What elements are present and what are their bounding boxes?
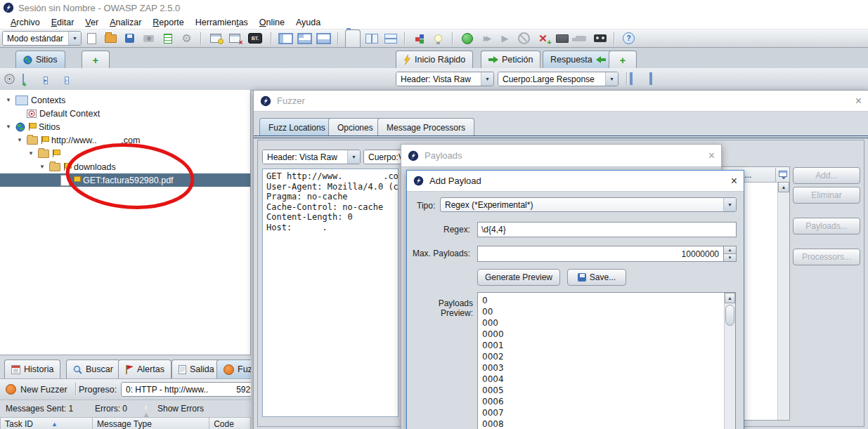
menu-analizar[interactable]: Analizar: [105, 16, 146, 29]
menu-online[interactable]: Online: [254, 16, 290, 29]
list-item[interactable]: 0001: [478, 340, 735, 351]
show-errors-toggle[interactable]: Show Errors: [157, 404, 204, 414]
layout-default-button[interactable]: [296, 31, 313, 46]
import-context-button[interactable]: ▸: [44, 74, 48, 84]
spin-down-icon[interactable]: ▼: [724, 253, 736, 261]
help-button[interactable]: ?: [620, 31, 637, 46]
play-button[interactable]: ▶: [496, 31, 514, 46]
session-properties-button[interactable]: [207, 31, 224, 46]
list-item[interactable]: 0000: [478, 329, 735, 340]
expand-arrow-icon[interactable]: ▼: [4, 124, 13, 130]
add-payload-titlebar[interactable]: Add Payload ×: [407, 171, 744, 192]
max-payloads-spinner[interactable]: 10000000 ▲▼: [477, 246, 737, 262]
view-full-toggle[interactable]: [649, 74, 652, 84]
save-session-button[interactable]: [121, 31, 138, 46]
payloads-dialog-titlebar[interactable]: Payloads ×: [401, 145, 721, 167]
preview-scrollbar[interactable]: ▲: [724, 293, 735, 429]
tab-fuzzer[interactable]: Fuzz: [216, 359, 251, 378]
scroll-up-icon[interactable]: ▲: [725, 293, 735, 303]
expand-arrow-icon[interactable]: ▼: [38, 164, 46, 170]
tab-sitios[interactable]: Sitios: [15, 51, 65, 68]
response-body-view-select[interactable]: Cuerpo:Large Response▼: [498, 72, 618, 86]
new-session-button[interactable]: [83, 31, 101, 46]
spinner-buttons[interactable]: ▲▼: [723, 246, 736, 261]
list-item[interactable]: 0005: [478, 385, 735, 396]
request-message-view[interactable]: GET http://www. .com/ User-Agent: Mozill…: [262, 169, 399, 417]
fuzzer-header-view-select[interactable]: Header: Vista Raw▼: [262, 150, 361, 164]
tree-node-selected-pdf[interactable]: GET:factura592980.pdf: [0, 173, 250, 187]
tree-node-contexts[interactable]: ▼ Contexts: [0, 93, 250, 107]
scroll-up-icon[interactable]: ▲: [778, 182, 789, 192]
snapshot-button[interactable]: [140, 31, 157, 46]
tab-inicio-rapido[interactable]: Inicio Rápido: [396, 51, 473, 68]
tab-opciones[interactable]: Opciones: [328, 118, 382, 136]
menu-editar[interactable]: Editar: [46, 16, 79, 29]
menu-herramientas[interactable]: Herramientas: [190, 16, 253, 29]
layout-maximize-button[interactable]: [277, 31, 294, 46]
tab-peticion[interactable]: Petición: [481, 51, 540, 68]
tree-node-site[interactable]: ▼ http://www.. .com: [0, 133, 250, 147]
layout-full-button[interactable]: [315, 31, 332, 46]
split-horizontal-button[interactable]: [382, 31, 399, 46]
export-context-button[interactable]: ▹: [65, 74, 69, 84]
stop-button[interactable]: [515, 31, 533, 46]
continue-button[interactable]: [458, 31, 476, 46]
column-task-id[interactable]: Task ID▲: [0, 417, 93, 429]
new-fuzzer-button[interactable]: New Fuzzer: [6, 384, 67, 395]
menu-archivo[interactable]: Archivo: [6, 16, 45, 29]
list-item[interactable]: 000: [478, 317, 735, 329]
tab-salida[interactable]: Salida: [171, 359, 221, 378]
scope-button[interactable]: [410, 31, 428, 46]
add-location-button[interactable]: Add...: [793, 167, 860, 184]
list-item[interactable]: 0004: [478, 374, 735, 385]
fuzzer-dialog-titlebar[interactable]: Fuzzer ×: [254, 91, 868, 112]
tree-node-sitios[interactable]: ▼ Sitios: [0, 120, 250, 133]
column-message-type[interactable]: Message Type: [93, 417, 209, 429]
list-item[interactable]: 0008: [478, 418, 735, 429]
tab-alertas[interactable]: Alertas: [118, 359, 171, 378]
generate-preview-button[interactable]: Generate Preview: [477, 269, 560, 286]
mode-select[interactable]: Modo estándar▼: [2, 31, 82, 46]
tab-add-sites[interactable]: +: [82, 51, 110, 68]
tab-buscar[interactable]: Buscar: [66, 359, 120, 378]
progress-select[interactable]: 0: HTTP - http://www.. 5929: [121, 382, 251, 397]
scope-target-button[interactable]: [4, 74, 15, 86]
scroll-thumb[interactable]: [725, 305, 734, 326]
list-item[interactable]: 00: [478, 306, 735, 317]
table-scrollbar[interactable]: ▲: [777, 182, 789, 420]
list-item[interactable]: 0006: [478, 396, 735, 407]
close-icon[interactable]: ×: [731, 176, 737, 187]
list-item[interactable]: 0007: [478, 407, 735, 418]
menu-reporte[interactable]: Reporte: [148, 16, 188, 29]
menu-ver[interactable]: Ver: [80, 16, 103, 29]
tree-node-default-context[interactable]: Default Context: [0, 107, 250, 120]
remove-location-button[interactable]: Eliminar: [793, 187, 860, 204]
type-select[interactable]: Regex (*Experimental*) ▼: [440, 197, 737, 212]
report-button[interactable]: [159, 31, 176, 46]
breakpoints-button[interactable]: BT.: [245, 31, 266, 46]
payloads-preview-list[interactable]: 0 00 000 0000 0001 0002 0003 0004 0005 0…: [477, 292, 736, 429]
keyboard-button[interactable]: [553, 31, 571, 46]
tab-message-processors[interactable]: Message Processors: [377, 118, 474, 136]
tree-node-path[interactable]: ▼: [0, 147, 250, 160]
split-vertical-button[interactable]: [363, 31, 380, 46]
list-item[interactable]: 0003: [478, 362, 735, 374]
fuzz-button[interactable]: ✕: [534, 31, 552, 46]
table-options-button[interactable]: [775, 168, 789, 182]
tab-respuesta[interactable]: Respuesta: [543, 51, 614, 68]
record-button[interactable]: [591, 31, 609, 46]
expand-arrow-icon[interactable]: ▼: [15, 137, 24, 143]
tab-historia[interactable]: Historia: [4, 359, 60, 378]
tab-add-views[interactable]: +: [609, 51, 637, 68]
tab-fuzz-locations[interactable]: Fuzz Locations: [259, 118, 335, 136]
crawler-button[interactable]: [572, 31, 590, 46]
close-icon[interactable]: ×: [708, 150, 715, 161]
regex-input[interactable]: \d{4,4}: [477, 222, 737, 237]
processors-button[interactable]: Processors...: [793, 249, 860, 265]
tree-node-downloads[interactable]: ▼ downloads: [0, 160, 250, 173]
list-item[interactable]: 0002: [478, 351, 735, 362]
payloads-button[interactable]: Payloads...: [793, 218, 860, 235]
session-discard-button[interactable]: ×: [226, 31, 243, 46]
tab-names-button[interactable]: [344, 31, 361, 46]
spin-up-icon[interactable]: ▲: [724, 246, 736, 253]
